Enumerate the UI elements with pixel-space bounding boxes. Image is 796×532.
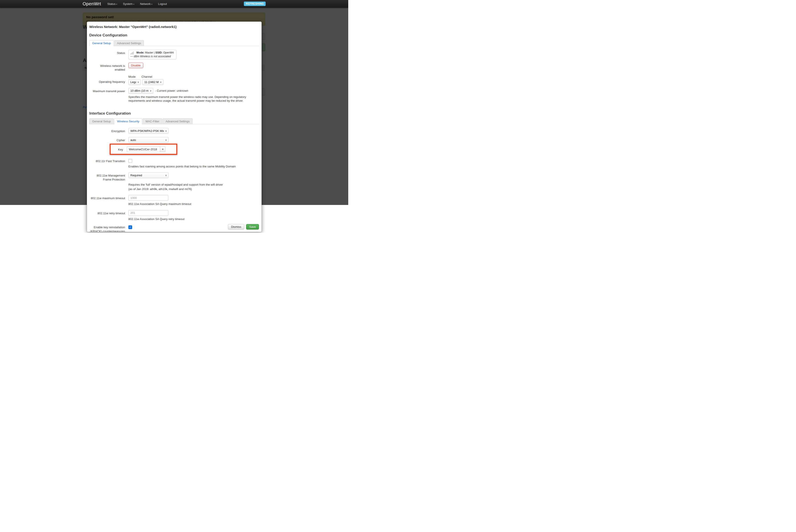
retry-timeout-help: 802.11w Association SA Query retry timeo… [128,217,254,221]
chevron-down-icon: ∨ [150,90,151,92]
modal-footer: Dismiss Save [227,224,259,230]
channel-select[interactable]: 11 (2462 Mhz) ∨ [143,79,164,85]
max-timeout-label: 802.11w maximum timeout [89,195,125,201]
mode-select[interactable]: Legacy ∨ [128,79,141,85]
chevron-down-icon: ∨ [137,81,139,83]
krack-label: Enable key reinstallation (KRACK) counte… [89,225,125,232]
mode-column-header: Mode [128,75,141,78]
tab-wireless-security[interactable]: Wireless Security [114,118,142,124]
mfp-label: 802.11w Management Frame Protection [89,172,125,182]
max-power-select[interactable]: 10 dBm (10 mW) ∨ [128,88,153,94]
nav-logout[interactable]: Logout [158,2,167,5]
retry-timeout-label: 802.11w retry timeout [89,210,125,216]
max-power-help: Specifies the maximum transmit power the… [128,95,254,103]
fast-transition-help: Enables fast roaming among access points… [128,165,254,169]
check-icon: ✓ [129,226,131,229]
retry-timeout-row: 802.11w retry timeout [89,210,259,216]
current-power-text: - Current power: unknown [155,89,188,92]
fast-transition-row: 802.11r Fast Transition [89,158,259,163]
tab-if-advanced-settings[interactable]: Advanced Settings [163,118,192,124]
nav-system[interactable]: System▾ [123,2,134,5]
mfp-help-line2: (as of Jan 2019: ath9k, ath10k, mwlwifi … [128,187,254,191]
operating-frequency-label: Operating frequency [89,75,125,85]
cipher-row: Cipher auto ∨ [89,137,259,143]
fast-transition-group: 802.11r Fast Transition Enables fast roa… [89,158,259,168]
max-timeout-row: 802.11w maximum timeout [89,195,259,201]
chevron-down-icon: ∨ [165,139,167,141]
status-label: Status [89,50,125,59]
modal-title: Wireless Network: Master "OpenWrt" (radi… [89,25,259,28]
nav-network[interactable]: Network▾ [140,2,152,5]
tab-if-general-setup[interactable]: General Setup [89,118,114,124]
max-timeout-group: 802.11w maximum timeout 802.11w Associat… [89,195,259,206]
device-config-tabs: General Setup Advanced Settings [89,40,259,46]
chevron-down-icon: ∨ [165,174,167,176]
tab-mac-filter[interactable]: MAC-Filter [143,118,162,124]
wireless-enabled-row: Wireless network is enabled Disable [89,63,259,72]
mfp-group: 802.11w Management Frame Protection Requ… [89,172,259,191]
channel-column-header: Channel [141,75,152,78]
caret-down-icon: ▾ [116,3,117,5]
cipher-label: Cipher [89,137,125,143]
operating-frequency-row: Operating frequency Mode Channel Legacy … [89,75,259,85]
interface-configuration-heading: Interface Configuration [89,111,259,116]
status-line1: Mode: Master | SSID: OpenWrt [130,51,174,54]
key-label: Key [112,146,123,152]
wifi-status-box: Mode: Master | SSID: OpenWrt --- dBm Wir… [128,50,176,59]
tab-general-setup[interactable]: General Setup [89,40,114,46]
status-row: Status Mode: Master | SSID: OpenWrt --- … [89,50,259,59]
key-input[interactable] [127,146,160,152]
chevron-down-icon: ∨ [165,130,167,132]
mfp-help-line1: Requires the 'full' version of wpad/host… [128,183,254,187]
tab-advanced-settings[interactable]: Advanced Settings [114,40,144,46]
max-power-row: Maximum transmit power 10 dBm (10 mW) ∨ … [89,88,259,94]
signal-strength-icon [130,51,134,54]
key-highlight-box: Key ∗ [110,144,177,155]
disable-button[interactable]: Disable [128,63,143,68]
top-navbar: OpenWrt Status▾ System▾ Network▾ Logout … [0,0,348,8]
fast-transition-checkbox[interactable] [128,159,132,163]
interface-config-tabs: General Setup Wireless Security MAC-Filt… [89,118,259,124]
wireless-enabled-label: Wireless network is enabled [89,63,125,72]
max-timeout-input[interactable] [128,195,168,201]
caret-down-icon: ▾ [151,3,152,5]
openwrt-logo: OpenWrt [83,1,101,6]
wireless-network-modal: Wireless Network: Master "OpenWrt" (radi… [87,21,262,232]
chevron-down-icon: ∨ [160,81,162,83]
fast-transition-label: 802.11r Fast Transition [89,158,125,163]
encryption-label: Encryption [89,128,125,134]
nav-status[interactable]: Status▾ [107,2,117,5]
device-configuration-heading: Device Configuration [89,33,259,38]
cipher-select[interactable]: auto ∨ [128,137,169,143]
mfp-select[interactable]: Required ∨ [128,172,169,178]
max-power-group: Maximum transmit power 10 dBm (10 mW) ∨ … [89,88,259,103]
dismiss-button[interactable]: Dismiss [228,224,244,230]
retry-timeout-group: 802.11w retry timeout 802.11w Associatio… [89,210,259,221]
retry-timeout-input[interactable] [128,210,168,216]
reveal-password-button[interactable]: ∗ [160,146,166,152]
encryption-row: Encryption WPA-PSK/WPA2-PSK Mixed Mc ∨ [89,128,259,134]
max-power-label: Maximum transmit power [89,88,125,94]
encryption-select[interactable]: WPA-PSK/WPA2-PSK Mixed Mc ∨ [128,128,169,134]
mfp-row: 802.11w Management Frame Protection Requ… [89,172,259,182]
caret-down-icon: ▾ [133,3,134,5]
save-button[interactable]: Save [246,224,259,230]
max-timeout-help: 802.11w Association SA Query maximum tim… [128,202,254,206]
refreshing-badge: REFRESHING [244,2,266,6]
krack-checkbox[interactable]: ✓ [128,225,132,229]
status-line2: --- dBm Wireless is not associated [130,55,174,58]
